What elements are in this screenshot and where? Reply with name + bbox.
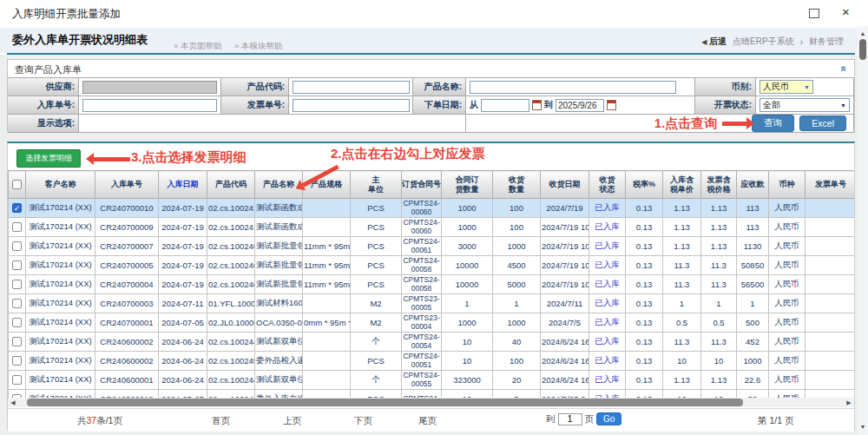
cell-order_no: CR240700009 (95, 218, 159, 237)
last-page-link[interactable]: 尾页 (418, 415, 437, 427)
invoice-status-select[interactable]: 全部▼ (760, 98, 850, 112)
module-help-link[interactable]: » 本模块帮助 (234, 41, 282, 50)
cell-invoice_no (806, 256, 855, 275)
invoice-no-label: 发票单号: (221, 96, 289, 115)
cell-in_date: 2024-06-24 (159, 333, 207, 352)
scroll-left-icon[interactable]: ◀ (8, 398, 18, 407)
cell-unit: 个 (351, 333, 402, 352)
date-from-label: 从 (470, 99, 478, 111)
col-header-status: 收货 状态 (589, 171, 626, 199)
cell-status[interactable]: 已入库 (589, 313, 626, 333)
cell-in_date: 2024-07-05 (159, 313, 207, 333)
row-checkbox[interactable] (12, 356, 22, 366)
query-panel: 查询产品入库单 « 供应商: 产品代码: 产品名称: 币别: 人民币▼ 入库单号… (7, 59, 855, 132)
currency-select[interactable]: 人民币▼ (760, 80, 813, 94)
row-checkbox[interactable] (12, 260, 22, 270)
cell-recv_date: 2024/7/19 10 (541, 256, 589, 275)
cell-unit: PCS (351, 237, 402, 256)
row-checkbox[interactable]: ✓ (12, 203, 22, 213)
cell-contract_no: CPMTS24-00060 (402, 199, 442, 218)
cell-status[interactable]: 已入库 (589, 294, 626, 313)
row-checkbox[interactable] (12, 337, 22, 346)
maximize-icon[interactable] (809, 9, 819, 18)
cell-product_name: OCA.0350-0C (255, 313, 303, 333)
cell-spec: 11mm * 95m (303, 256, 351, 275)
order-no-input[interactable] (82, 99, 217, 112)
annotation-step1: 1.点击查询 (654, 115, 718, 132)
close-icon[interactable]: × (842, 4, 850, 19)
cell-customer: 测试170214 (XX) (26, 218, 95, 237)
next-page-link[interactable]: 下页 (354, 415, 372, 427)
cell-status[interactable]: 已入库 (589, 237, 626, 256)
query-panel-title: 查询产品入库单 (15, 63, 82, 76)
app-window: 入库明细开票批量添加 × 委外入库单开票状况明细表 » 本页面帮助 » 本模块帮… (0, 0, 868, 435)
cell-in_price: 1.13 (663, 371, 701, 390)
cell-status[interactable]: 已入库 (589, 390, 626, 399)
cell-invoice_no (806, 294, 855, 313)
cell-inv_price: 0.5 (701, 313, 737, 333)
product-name-label: 产品名称: (413, 78, 466, 96)
date-from-input[interactable] (481, 99, 529, 112)
cell-contract_no: CPMTS23-00004 (402, 313, 442, 333)
cell-in_date: 2024-07-19 (159, 275, 207, 294)
cell-product_name: 测试新批量领 (255, 256, 303, 275)
cell-status[interactable]: 已入库 (589, 199, 626, 218)
cell-order_no: CR240700005 (95, 256, 159, 275)
excel-button[interactable]: Excel (799, 115, 846, 131)
row-checkbox[interactable] (12, 241, 22, 251)
cell-invoice_no (806, 390, 855, 399)
cell-recv_date: 2024/6/24 16 (541, 333, 589, 352)
date-to-input[interactable] (556, 99, 604, 112)
breadcrumb-system[interactable]: 点晴ERP子系统 (733, 36, 794, 48)
cell-status[interactable]: 已入库 (589, 218, 626, 237)
prev-page-link[interactable]: 上页 (283, 415, 301, 427)
go-button[interactable]: Go (596, 412, 621, 425)
cell-customer: 测试170214 (XX) (26, 371, 95, 390)
breadcrumb-module[interactable]: 财务管理 (809, 36, 844, 48)
col-header-contract_qty: 合同订 货数量 (442, 171, 493, 199)
cell-status[interactable]: 已入库 (589, 256, 626, 275)
row-select-cell (9, 218, 26, 237)
cell-status[interactable]: 已入库 (589, 352, 626, 371)
cell-status[interactable]: 已入库 (589, 371, 626, 390)
row-checkbox[interactable] (12, 299, 22, 308)
select-invoice-detail-button[interactable]: 选择发票明细 (16, 149, 81, 168)
cell-contract_no: CPMTS24-00058 (402, 256, 442, 275)
page-number-input[interactable] (558, 413, 582, 425)
product-name-input[interactable] (470, 81, 676, 94)
calendar-icon[interactable] (607, 100, 616, 110)
scroll-right-icon[interactable]: ▶ (844, 398, 854, 407)
cell-in_price: 1.13 (663, 218, 701, 237)
scroll-down-icon[interactable]: ▼ (858, 421, 868, 432)
cell-recv_date: 2024/6/24 16 (541, 352, 589, 371)
collapse-panel-icon[interactable]: « (838, 66, 851, 72)
cell-status[interactable]: 已入库 (589, 275, 626, 294)
back-button[interactable]: ◀ 后退 (701, 36, 727, 48)
invoice-no-input[interactable] (293, 99, 410, 112)
first-page-link[interactable]: 首页 (212, 415, 230, 427)
cell-spec (303, 371, 351, 390)
row-checkbox[interactable] (12, 375, 22, 385)
cell-recv_qty: 4500 (493, 256, 541, 275)
row-checkbox[interactable] (12, 222, 22, 232)
product-code-input[interactable] (293, 81, 410, 94)
col-header-in_date[interactable]: 入库日期 (159, 171, 207, 199)
page-help-link[interactable]: » 本页面帮助 (174, 41, 221, 50)
row-checkbox[interactable] (12, 280, 22, 289)
row-select-cell (9, 275, 26, 294)
cell-unit: M2 (351, 313, 402, 333)
select-all-checkbox[interactable] (12, 180, 22, 189)
col-header-recv_date: 收货日期 (541, 171, 589, 199)
row-checkbox[interactable] (12, 318, 22, 327)
cell-order_no: CR240600002 (95, 333, 159, 352)
table-row: 测试170214 (XX)CR2406000022024-06-2402.cs.… (9, 333, 855, 352)
cell-contract_qty: 1000 (442, 218, 493, 237)
search-button[interactable]: 查询 (752, 115, 794, 132)
scroll-up-icon[interactable]: ▲ (858, 28, 868, 38)
cell-status[interactable]: 已入库 (589, 333, 626, 352)
vertical-scrollbar-thumb[interactable] (859, 39, 866, 60)
calendar-icon[interactable] (532, 100, 542, 110)
cell-product_code: 02.cs.100246 (207, 237, 255, 256)
order-no-cell (79, 96, 221, 115)
horizontal-scrollbar-thumb[interactable] (27, 399, 743, 406)
